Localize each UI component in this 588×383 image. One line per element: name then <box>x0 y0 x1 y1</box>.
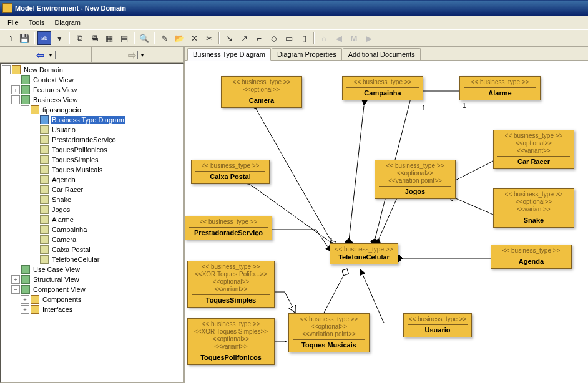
tree-item-icon <box>21 75 30 84</box>
delete-icon[interactable]: ✕ <box>187 31 201 45</box>
tree-node[interactable]: Usuario <box>1 125 183 135</box>
tree-node[interactable]: −Component View <box>1 284 183 294</box>
shape2-icon[interactable]: ▭ <box>282 31 296 45</box>
nav-back-block[interactable]: ⇦▾ <box>0 47 92 62</box>
nav-fwd-block[interactable]: ⇨▾ <box>92 47 184 62</box>
tree-twist-icon <box>30 225 39 234</box>
box-campainha[interactable]: << business_type >> Campainha <box>342 76 423 100</box>
box-agenda[interactable]: << business_type >> Agenda <box>491 245 572 269</box>
shape1-icon[interactable]: ◇ <box>267 31 281 45</box>
tree-item-icon <box>40 155 49 164</box>
tree-node[interactable]: +Interfaces <box>1 304 183 314</box>
tree-node[interactable]: Camera <box>1 235 183 245</box>
corner-icon[interactable]: ⌐ <box>252 31 266 45</box>
grid1-icon[interactable]: ▦ <box>102 31 116 45</box>
tree-node[interactable]: Alarme <box>1 215 183 225</box>
tab-additional-documents[interactable]: Additional Documents <box>343 48 421 60</box>
box-prest[interactable]: << business_type >> PrestadoradeServiço <box>185 216 272 240</box>
tree-node[interactable]: TelefoneCelular <box>1 255 183 264</box>
box-carracer[interactable]: << business_type >> <<optional>> <<varia… <box>493 130 574 169</box>
box-tmusicais[interactable]: << business_type >> <<optional>> <<varia… <box>288 313 370 352</box>
print-icon[interactable]: 🖶 <box>87 31 101 45</box>
mark-icon[interactable]: M <box>347 31 361 45</box>
tab-diagram-properties[interactable]: Diagram Properties <box>272 48 342 60</box>
tree-item-icon <box>21 85 30 94</box>
cut-icon[interactable]: ✂ <box>202 31 216 45</box>
box-caixa[interactable]: << business_type >> Caixa Postal <box>191 160 270 184</box>
tree-twist-icon[interactable]: − <box>2 65 11 74</box>
box-tel[interactable]: << business_type >> TelefoneCelular <box>330 243 398 264</box>
tree-item-icon <box>31 305 39 314</box>
box-snake[interactable]: << business_type >> <<optional>> <<varia… <box>493 188 574 228</box>
tree-twist-icon[interactable]: + <box>21 295 29 304</box>
tree-twist-icon <box>30 125 39 134</box>
tree-node[interactable]: Toques Musicais <box>1 165 183 175</box>
tree-node[interactable]: +Components <box>1 294 183 304</box>
nav-fwd-dropdown[interactable]: ▾ <box>137 51 147 59</box>
nav-back-dropdown[interactable]: ▾ <box>46 51 56 59</box>
nav-fwd-arrow: ⇨ <box>128 49 136 61</box>
link2-icon[interactable]: ↗ <box>237 31 251 45</box>
tree-node[interactable]: Jogos <box>1 205 183 215</box>
menu-diagram[interactable]: Diagram <box>49 17 86 27</box>
menu-file[interactable]: File <box>2 17 24 27</box>
tree-node[interactable]: −New Domain <box>1 65 183 75</box>
tree-twist-icon[interactable]: + <box>21 305 29 314</box>
back-icon[interactable]: ◀ <box>332 31 346 45</box>
tree-node[interactable]: Agenda <box>1 175 183 185</box>
tree-twist-icon[interactable]: − <box>11 285 20 294</box>
tree-node[interactable]: Use Case View <box>1 264 183 274</box>
tab-business-type-diagram[interactable]: Business Type Diagram <box>187 48 271 61</box>
tree-node[interactable]: +Features View <box>1 85 183 95</box>
tree-node[interactable]: −Business View <box>1 95 183 105</box>
tree-twist-icon <box>30 205 39 214</box>
tree-node[interactable]: Caixa Postal <box>1 245 183 255</box>
tree-node[interactable]: Context View <box>1 75 183 85</box>
tree-node[interactable]: +Structural View <box>1 274 183 284</box>
tree-node[interactable]: ToquesSimples <box>1 155 183 165</box>
dropdown-icon[interactable]: ▾ <box>52 31 66 45</box>
find-icon[interactable]: 🔍 <box>137 31 151 45</box>
grid2-icon[interactable]: ▤ <box>117 31 131 45</box>
menu-tools[interactable]: Tools <box>24 17 50 27</box>
box-jogos[interactable]: << business_type >> <<optional>> <<varia… <box>375 160 456 199</box>
tree-twist-icon[interactable]: − <box>21 105 29 114</box>
box-alarme[interactable]: << business_type >> Alarme <box>459 76 541 100</box>
edit-icon[interactable]: ✎ <box>157 31 171 45</box>
tree-node[interactable]: Campainha <box>1 225 183 235</box>
new-icon[interactable]: 🗋 <box>2 31 16 45</box>
tree-node[interactable]: Car Racer <box>1 185 183 195</box>
tree-node[interactable]: PrestadoradeServiço <box>1 135 183 145</box>
link1-icon[interactable]: ↘ <box>222 31 236 45</box>
fwd-icon[interactable]: ▶ <box>362 31 376 45</box>
box-usuario[interactable]: << business_type >> Usuario <box>403 313 472 337</box>
diagram-canvas[interactable]: << business_type >> <<optional>> Camera … <box>185 61 588 383</box>
tree-view[interactable]: −New DomainContext View+Features View−Bu… <box>0 63 184 383</box>
tree-twist-icon <box>30 195 39 204</box>
tree-node[interactable]: Business Type Diagram <box>1 115 183 125</box>
field-icon[interactable]: ab <box>37 31 51 45</box>
tree-node[interactable]: ToquesPolifonicos <box>1 145 183 155</box>
tree-node[interactable]: −tiposnegocio <box>1 105 183 115</box>
tree-item-label: Business Type Diagram <box>51 116 125 124</box>
box-tsimples[interactable]: << business_type >> <<XOR Toques Polifo.… <box>187 261 275 308</box>
home-icon[interactable]: ⌂ <box>317 31 331 45</box>
tree-item-label: Camera <box>51 236 77 243</box>
tree-item-label: Usuario <box>51 126 77 133</box>
tree-twist-icon[interactable]: − <box>11 95 20 104</box>
box-camera[interactable]: << business_type >> <<optional>> Camera <box>221 76 302 108</box>
tree-item-icon <box>40 215 49 224</box>
app-icon <box>2 3 12 13</box>
tree-item-icon <box>40 135 49 144</box>
save-icon[interactable]: 💾 <box>17 31 31 45</box>
tree-node[interactable]: Snake <box>1 195 183 205</box>
shape3-icon[interactable]: ▯ <box>297 31 311 45</box>
tree-twist-icon[interactable]: + <box>11 275 20 284</box>
tree-item-icon <box>40 165 49 174</box>
box-tpoli[interactable]: << business_type >> <<XOR Toques Simples… <box>187 318 275 365</box>
tree-twist-icon[interactable]: + <box>11 85 20 94</box>
open-icon[interactable]: 📂 <box>172 31 186 45</box>
tree-item-label: ToquesPolifonicos <box>51 146 109 153</box>
copy-icon[interactable]: ⧉ <box>72 31 86 45</box>
tree-item-icon <box>31 295 39 304</box>
